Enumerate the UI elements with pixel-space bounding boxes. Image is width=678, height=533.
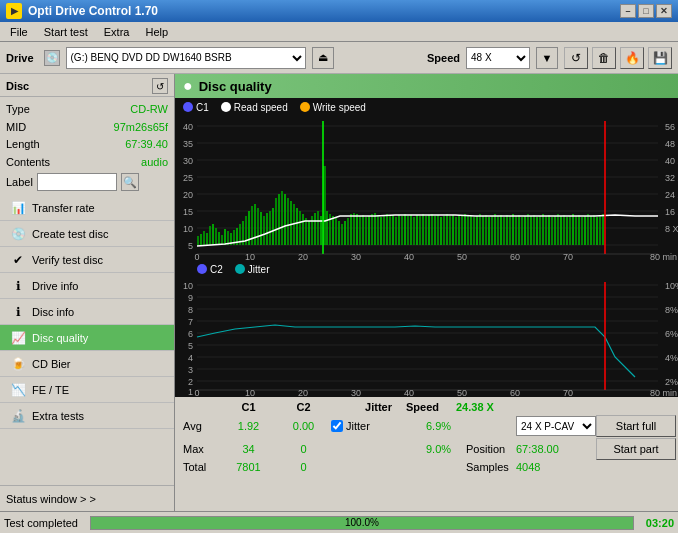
svg-text:10: 10 [245, 252, 255, 261]
disc-refresh-button[interactable]: ↺ [152, 78, 168, 94]
svg-rect-83 [377, 215, 379, 245]
nav-fe-te[interactable]: 📉 FE / TE [0, 377, 174, 403]
svg-rect-119 [485, 215, 487, 245]
svg-rect-142 [554, 216, 556, 245]
drive-info-icon: ℹ [10, 278, 26, 294]
svg-text:70: 70 [563, 252, 573, 261]
total-row: Total 7801 0 Samples 4048 [183, 461, 676, 473]
svg-rect-79 [365, 217, 367, 245]
svg-text:0: 0 [194, 388, 199, 397]
left-panel: Disc ↺ Type CD-RW MID 97m26s65f Length 6… [0, 74, 175, 511]
nav-cd-bier[interactable]: 🍺 CD Bier [0, 351, 174, 377]
svg-rect-134 [530, 216, 532, 245]
disc-title: Disc [6, 80, 29, 92]
svg-rect-151 [581, 217, 583, 245]
minimize-button[interactable]: – [620, 4, 636, 18]
stats-area: C1 C2 Jitter Speed 24.38 X Avg 1.92 0.00… [175, 397, 678, 511]
status-window-button[interactable]: Status window > > [0, 485, 174, 511]
avg-jitter: 6.9% [411, 420, 466, 432]
quality-header: ● Disc quality [175, 74, 678, 98]
transfer-rate-icon: 📊 [10, 200, 26, 216]
erase-button[interactable]: 🗑 [592, 47, 616, 69]
nav-transfer-rate[interactable]: 📊 Transfer rate [0, 195, 174, 221]
svg-rect-42 [254, 204, 256, 245]
svg-rect-102 [434, 216, 436, 245]
maximize-button[interactable]: □ [638, 4, 654, 18]
nav-create-test-disc[interactable]: 💿 Create test disc [0, 221, 174, 247]
svg-rect-143 [557, 214, 559, 245]
svg-text:30: 30 [351, 388, 361, 397]
menu-start-test[interactable]: Start test [38, 24, 94, 40]
svg-rect-104 [440, 217, 442, 245]
svg-rect-81 [371, 214, 373, 245]
svg-rect-50 [278, 194, 280, 245]
menu-help[interactable]: Help [139, 24, 174, 40]
nav-disc-info[interactable]: ℹ Disc info [0, 299, 174, 325]
refresh-button[interactable]: ↺ [564, 47, 588, 69]
svg-text:50: 50 [457, 388, 467, 397]
total-label: Total [183, 461, 221, 473]
nav-verify-test-disc[interactable]: ✔ Verify test disc [0, 247, 174, 273]
jitter-dot [235, 264, 245, 274]
jitter-checkbox[interactable] [331, 420, 343, 432]
speed-arrow-button[interactable]: ▼ [536, 47, 558, 69]
svg-rect-77 [359, 216, 361, 245]
svg-rect-110 [458, 215, 460, 245]
svg-rect-29 [215, 228, 217, 245]
write-speed-dot [300, 102, 310, 112]
length-label: Length [6, 136, 40, 154]
svg-rect-93 [407, 216, 409, 245]
svg-rect-121 [491, 216, 493, 245]
chart1: 40 35 30 25 20 15 10 5 56 X 48 X 40 X 32… [175, 116, 678, 261]
nav-disc-quality[interactable]: 📈 Disc quality [0, 325, 174, 351]
disc-quality-icon: 📈 [10, 330, 26, 346]
svg-rect-23 [197, 236, 199, 245]
avg-c2: 0.00 [276, 420, 331, 432]
svg-rect-97 [419, 216, 421, 245]
svg-rect-78 [362, 215, 364, 245]
speed-mode-select[interactable]: 24 X P-CAV [516, 416, 596, 436]
content-area: Disc ↺ Type CD-RW MID 97m26s65f Length 6… [0, 74, 678, 511]
svg-rect-140 [548, 215, 550, 245]
menu-extra[interactable]: Extra [98, 24, 136, 40]
svg-rect-129 [515, 216, 517, 245]
nav-label-disc-quality: Disc quality [32, 332, 88, 344]
nav-label-fe-te: FE / TE [32, 384, 69, 396]
jitter-checkbox-item[interactable]: Jitter [331, 420, 411, 432]
disc-mid-row: MID 97m26s65f [6, 119, 168, 137]
nav-drive-info[interactable]: ℹ Drive info [0, 273, 174, 299]
svg-rect-48 [272, 208, 274, 245]
max-jitter: 9.0% [411, 443, 466, 455]
svg-rect-57 [299, 211, 301, 245]
save-button[interactable]: 💾 [648, 47, 672, 69]
svg-text:40: 40 [404, 252, 414, 261]
svg-rect-26 [206, 233, 208, 245]
drive-bar: Drive 💿 (G:) BENQ DVD DD DW1640 BSRB ⏏ S… [0, 42, 678, 74]
start-full-button[interactable]: Start full [596, 415, 676, 437]
svg-rect-154 [590, 216, 592, 245]
chart2: 10 9 8 7 6 5 4 3 2 1 10% 8% 6% 4% 2% [175, 277, 678, 397]
c2-column-header: C2 [276, 401, 331, 413]
disc-label-row: Label 🔍 [6, 173, 168, 191]
drive-eject-button[interactable]: ⏏ [312, 47, 334, 69]
svg-rect-75 [353, 213, 355, 245]
burn-button[interactable]: 🔥 [620, 47, 644, 69]
drive-select[interactable]: (G:) BENQ DVD DD DW1640 BSRB [66, 47, 306, 69]
menu-file[interactable]: File [4, 24, 34, 40]
svg-text:40: 40 [183, 122, 193, 132]
close-button[interactable]: ✕ [656, 4, 672, 18]
quality-icon: ● [183, 77, 193, 95]
samples-label: Samples [466, 461, 516, 473]
svg-rect-122 [494, 214, 496, 245]
label-button[interactable]: 🔍 [121, 173, 139, 191]
read-speed-label: Read speed [234, 102, 288, 113]
app-window: ▶ Opti Drive Control 1.70 – □ ✕ File Sta… [0, 0, 678, 533]
svg-text:1: 1 [188, 387, 193, 397]
speed-select[interactable]: 48 X [466, 47, 530, 69]
svg-rect-45 [263, 216, 265, 245]
svg-text:8%: 8% [665, 305, 678, 315]
start-part-button[interactable]: Start part [596, 438, 676, 460]
nav-extra-tests[interactable]: 🔬 Extra tests [0, 403, 174, 429]
drive-label: Drive [6, 52, 34, 64]
label-input[interactable] [37, 173, 117, 191]
